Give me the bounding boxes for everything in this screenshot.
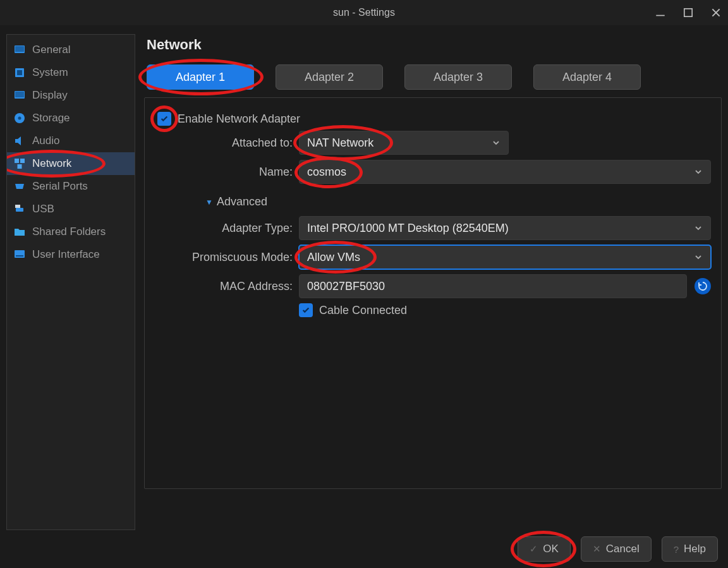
svg-rect-5 bbox=[15, 46, 24, 52]
tab-adapter-3[interactable]: Adapter 3 bbox=[404, 64, 512, 90]
settings-main: Network Adapter 1 Adapter 2 Adapter 3 Ad… bbox=[144, 25, 722, 530]
network-name-select[interactable]: cosmos bbox=[299, 160, 711, 184]
name-label: Name: bbox=[173, 166, 299, 179]
titlebar: sun - Settings bbox=[0, 0, 728, 25]
speaker-icon bbox=[13, 135, 26, 147]
tab-label: Adapter 1 bbox=[176, 71, 225, 84]
promiscuous-mode-select[interactable]: Allow VMs bbox=[299, 245, 711, 269]
select-value: cosmos bbox=[307, 166, 346, 179]
svg-rect-9 bbox=[15, 92, 24, 97]
sidebar-item-shared-folders[interactable]: Shared Folders bbox=[7, 221, 135, 243]
chevron-down-icon bbox=[694, 253, 703, 262]
mac-address-label: MAC Address: bbox=[173, 280, 299, 293]
check-icon: ✓ bbox=[530, 543, 538, 555]
ui-icon bbox=[13, 248, 26, 261]
svg-rect-18 bbox=[16, 255, 23, 257]
svg-rect-14 bbox=[18, 164, 22, 169]
svg-rect-1 bbox=[684, 9, 692, 16]
mac-address-input[interactable]: 080027BF5030 bbox=[299, 274, 687, 298]
svg-rect-15 bbox=[16, 208, 23, 212]
button-label: Cancel bbox=[606, 543, 640, 555]
sidebar-item-label: Display bbox=[32, 89, 68, 102]
triangle-down-icon: ▼ bbox=[205, 198, 213, 207]
monitor-icon bbox=[13, 89, 26, 102]
advanced-toggle[interactable]: ▼ Advanced bbox=[205, 195, 711, 208]
monitor-icon bbox=[13, 44, 26, 56]
minimize-icon[interactable] bbox=[655, 7, 666, 18]
svg-rect-13 bbox=[20, 159, 25, 163]
tab-adapter-4[interactable]: Adapter 4 bbox=[533, 64, 641, 90]
tab-adapter-1[interactable]: Adapter 1 bbox=[147, 64, 254, 90]
sidebar-item-label: Shared Folders bbox=[32, 226, 106, 238]
tab-label: Adapter 2 bbox=[305, 71, 354, 84]
select-value: Intel PRO/1000 MT Desktop (82540EM) bbox=[307, 222, 509, 235]
sidebar-item-label: Network bbox=[32, 157, 71, 170]
sidebar-item-usb[interactable]: USB bbox=[7, 198, 135, 221]
close-icon[interactable] bbox=[710, 7, 722, 18]
svg-rect-12 bbox=[15, 159, 19, 163]
x-icon: ✕ bbox=[593, 543, 601, 555]
select-value: NAT Network bbox=[307, 136, 373, 150]
cable-connected-checkbox[interactable] bbox=[299, 303, 313, 317]
settings-sidebar: General System Display Storage Audio bbox=[6, 34, 135, 530]
input-value: 080027BF5030 bbox=[307, 280, 385, 293]
network-icon bbox=[13, 157, 26, 170]
attached-to-label: Attached to: bbox=[173, 136, 299, 150]
select-value: Allow VMs bbox=[307, 251, 360, 264]
chevron-down-icon bbox=[492, 138, 500, 147]
sidebar-item-storage[interactable]: Storage bbox=[7, 107, 135, 130]
enable-adapter-checkbox[interactable] bbox=[157, 112, 171, 126]
question-icon: ? bbox=[674, 544, 679, 555]
advanced-label: Advanced bbox=[217, 195, 267, 208]
svg-point-11 bbox=[18, 117, 21, 120]
help-button[interactable]: ? Help bbox=[662, 536, 718, 562]
adapter-panel: Enable Network Adapter Attached to: NAT … bbox=[144, 97, 722, 489]
maximize-icon[interactable] bbox=[682, 7, 694, 18]
sidebar-item-label: Serial Ports bbox=[32, 180, 88, 193]
tab-label: Adapter 4 bbox=[562, 71, 612, 84]
page-title: Network bbox=[147, 37, 722, 53]
sidebar-item-label: User Interface bbox=[32, 248, 100, 261]
tab-adapter-2[interactable]: Adapter 2 bbox=[276, 64, 383, 90]
sidebar-item-general[interactable]: General bbox=[7, 39, 135, 61]
promiscuous-mode-label: Promiscuous Mode: bbox=[173, 251, 299, 264]
sidebar-item-serial-ports[interactable]: Serial Ports bbox=[7, 175, 135, 198]
ok-button[interactable]: ✓ OK bbox=[518, 536, 571, 562]
sidebar-item-label: Storage bbox=[32, 112, 70, 124]
adapter-type-label: Adapter Type: bbox=[173, 222, 299, 235]
tab-label: Adapter 3 bbox=[434, 71, 483, 84]
attached-to-select[interactable]: NAT Network bbox=[299, 131, 509, 155]
sidebar-item-label: Audio bbox=[32, 135, 59, 147]
enable-adapter-label: Enable Network Adapter bbox=[178, 112, 300, 126]
cancel-button[interactable]: ✕ Cancel bbox=[581, 536, 652, 562]
button-label: OK bbox=[543, 543, 559, 555]
disk-icon bbox=[13, 112, 26, 124]
chevron-down-icon bbox=[694, 167, 703, 176]
sidebar-item-system[interactable]: System bbox=[7, 61, 135, 84]
chevron-down-icon bbox=[694, 224, 703, 233]
sidebar-item-user-interface[interactable]: User Interface bbox=[7, 243, 135, 266]
button-label: Help bbox=[684, 543, 706, 555]
window-title: sun - Settings bbox=[333, 7, 395, 18]
sidebar-item-label: USB bbox=[32, 203, 54, 215]
sidebar-item-audio[interactable]: Audio bbox=[7, 130, 135, 152]
serial-icon bbox=[13, 180, 26, 193]
cable-connected-label: Cable Connected bbox=[319, 304, 407, 317]
svg-rect-7 bbox=[17, 70, 22, 75]
folder-icon bbox=[13, 226, 26, 238]
dialog-footer: ✓ OK ✕ Cancel ? Help bbox=[0, 530, 728, 568]
svg-rect-17 bbox=[15, 250, 25, 258]
sidebar-item-label: System bbox=[32, 66, 68, 79]
adapter-tabs: Adapter 1 Adapter 2 Adapter 3 Adapter 4 bbox=[144, 64, 722, 90]
svg-rect-16 bbox=[15, 205, 20, 208]
sidebar-item-display[interactable]: Display bbox=[7, 84, 135, 107]
chip-icon bbox=[13, 66, 26, 79]
regenerate-mac-button[interactable] bbox=[695, 278, 711, 294]
sidebar-item-network[interactable]: Network bbox=[7, 152, 135, 175]
adapter-type-select[interactable]: Intel PRO/1000 MT Desktop (82540EM) bbox=[299, 216, 711, 240]
usb-icon bbox=[13, 203, 26, 215]
sidebar-item-label: General bbox=[32, 44, 70, 56]
